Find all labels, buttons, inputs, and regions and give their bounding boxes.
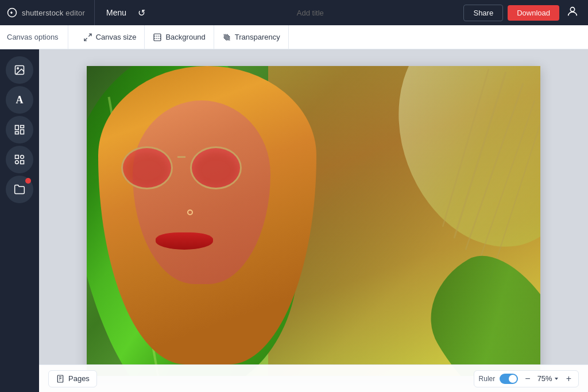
svg-rect-17 [16,131,19,134]
svg-rect-15 [21,126,24,128]
sunglasses [121,146,242,189]
nav-menu: Menu ↺ [95,0,157,25]
download-button[interactable]: Download [508,5,559,21]
logo-area: shutterstock editor [7,0,95,25]
lens-right [190,146,242,189]
account-button[interactable] [564,3,581,23]
images-sidebar-button[interactable] [6,56,33,84]
folder-notification-badge [25,178,31,184]
ruler-toggle[interactable] [500,374,518,384]
svg-line-3 [84,38,87,41]
umbrella-ribs-svg [339,66,540,296]
account-icon [566,5,579,18]
document-title[interactable]: Add title [157,9,463,17]
pages-button[interactable]: Pages [48,370,97,387]
zoom-value-display[interactable]: 75% [537,374,559,383]
svg-rect-21 [21,161,24,164]
text-sidebar-button[interactable]: A [6,86,33,114]
nose-ring [187,209,193,215]
left-sidebar: A [0,49,39,392]
nav-actions: Share Download [463,3,581,23]
transparency-button[interactable]: Transparency [214,25,289,49]
elements-sidebar-button[interactable] [6,146,33,173]
svg-line-7 [223,34,230,40]
logo-text: shutterstock editor [22,9,85,17]
zoom-controls: Ruler − 75% + [474,370,579,387]
menu-button[interactable]: Menu [102,6,131,20]
svg-line-2 [88,34,91,37]
lips [156,232,213,250]
pages-icon [56,374,65,383]
canvas-area[interactable]: Pages Ruler − 75% + [39,49,588,392]
svg-rect-4 [154,34,161,41]
zoom-out-button[interactable]: − [523,373,532,385]
layout-sidebar-button[interactable] [6,116,33,143]
canvas-image [87,66,540,376]
transparency-icon [222,33,231,42]
zoom-in-button[interactable]: + [564,373,574,385]
main-layout: A [0,49,588,392]
svg-point-19 [21,156,24,159]
toolbar-bar: Canvas options Canvas size Background Tr… [0,25,588,49]
undo-button[interactable]: ↺ [133,5,150,21]
shutterstock-logo-icon [7,7,17,18]
background-button[interactable]: Background [145,25,214,49]
images-icon [14,64,25,76]
svg-point-20 [16,161,19,164]
lens-bridge [177,156,185,158]
top-navigation: shutterstock editor Menu ↺ Add title Sha… [0,0,588,25]
text-icon: A [16,94,24,106]
folder-sidebar-button[interactable] [6,176,33,203]
toggle-knob [509,375,517,383]
svg-rect-27 [57,375,63,382]
svg-rect-16 [21,130,24,134]
svg-rect-18 [16,156,19,159]
lens-left [121,146,173,189]
zoom-dropdown-icon [554,376,559,382]
canvas-size-icon [83,33,92,42]
background-icon [153,33,162,42]
folder-icon [14,184,25,195]
svg-point-13 [17,68,18,69]
canvas-content [87,66,540,376]
layout-icon [14,124,25,135]
canvas-options-label: Canvas options [7,25,68,49]
svg-rect-14 [16,126,19,130]
svg-line-24 [477,100,535,267]
canvas-size-button[interactable]: Canvas size [75,25,145,49]
svg-point-1 [570,7,574,11]
bottom-bar: Pages Ruler − 75% + [39,364,588,392]
share-button[interactable]: Share [463,5,503,21]
elements-icon [14,154,25,165]
